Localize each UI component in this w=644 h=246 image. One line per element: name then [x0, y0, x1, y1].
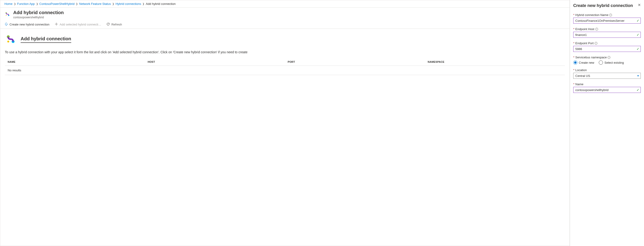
svg-point-2: [6, 15, 6, 16]
empty-state: No results: [5, 66, 565, 75]
create-panel: Create new hybrid connection ✕ *Hybrid c…: [570, 0, 644, 246]
add-selected-label: Add selected hybrid connecti…: [60, 23, 101, 26]
breadcrumb-hybrid-connections[interactable]: Hybrid connections: [116, 2, 141, 5]
table-header-row: NAME HOST PORT NAMESPACE: [5, 58, 565, 66]
hybrid-connection-icon: [4, 11, 10, 18]
svg-rect-4: [55, 24, 58, 24]
breadcrumb-network-status[interactable]: Network Feature Status: [79, 2, 111, 5]
hc-name-input[interactable]: [573, 17, 641, 24]
col-host[interactable]: HOST: [145, 58, 285, 66]
name-input[interactable]: [573, 87, 641, 93]
chevron-right-icon: ❯: [14, 2, 16, 5]
table-row: No results: [5, 66, 565, 75]
servicebus-namespace-label: *Servicebus namespace i: [573, 56, 641, 59]
info-icon[interactable]: i: [608, 56, 610, 59]
add-selected-button: Add selected hybrid connecti…: [54, 22, 101, 27]
endpoint-port-input[interactable]: [573, 46, 641, 52]
refresh-icon: [106, 22, 110, 27]
content-heading: Add hybrid connection: [21, 36, 71, 43]
create-new-hybrid-connection-button[interactable]: Create new hybrid connection: [4, 22, 50, 27]
connections-table: NAME HOST PORT NAMESPACE No results: [5, 58, 565, 75]
endpoint-port-label: *Endpoint Port i: [573, 41, 641, 45]
info-icon[interactable]: i: [594, 42, 597, 45]
refresh-button[interactable]: Refresh: [106, 22, 122, 27]
content-description: To use a hybrid connection with your app…: [5, 50, 565, 54]
breadcrumb-function-app[interactable]: Function App: [17, 2, 35, 5]
hc-name-label: *Hybrid connection Name i: [573, 13, 641, 17]
radio-select-existing-label: Select existing: [604, 61, 624, 64]
refresh-label: Refresh: [111, 23, 122, 26]
breadcrumb-current: Add hybrid connection: [146, 2, 176, 5]
svg-point-7: [7, 40, 9, 42]
radio-create-new[interactable]: Create new: [573, 60, 594, 65]
panel-title: Create new hybrid connection: [573, 3, 633, 8]
page-title: Add hybrid connection: [13, 10, 64, 15]
close-icon[interactable]: ✕: [638, 3, 641, 7]
breadcrumb: Home ❯ Function App ❯ ContosoPowerShellH…: [0, 0, 570, 8]
col-namespace[interactable]: NAMESPACE: [425, 58, 565, 66]
col-port[interactable]: PORT: [285, 58, 425, 66]
chevron-right-icon: ❯: [36, 2, 38, 5]
radio-create-new-label: Create new: [579, 61, 594, 64]
hybrid-connection-icon: [5, 33, 16, 46]
create-label: Create new hybrid connection: [10, 23, 50, 26]
info-icon[interactable]: i: [595, 28, 598, 30]
radio-icon: [599, 60, 603, 65]
plus-icon: [54, 22, 58, 27]
add-connection-icon: [4, 22, 8, 27]
chevron-right-icon: ❯: [142, 2, 144, 5]
chevron-right-icon: ❯: [112, 2, 114, 5]
name-label: *Name: [573, 82, 641, 86]
radio-select-existing[interactable]: Select existing: [599, 60, 624, 65]
page-subtitle: contosopowershellhybrid: [13, 16, 64, 19]
endpoint-host-input[interactable]: [573, 32, 641, 38]
breadcrumb-home[interactable]: Home: [4, 2, 12, 5]
toolbar: Create new hybrid connection Add selecte…: [0, 20, 570, 29]
breadcrumb-app-name[interactable]: ContosoPowerShellHybrid: [40, 2, 75, 5]
location-label: *Location: [573, 68, 641, 72]
col-name[interactable]: NAME: [5, 58, 145, 66]
info-icon[interactable]: i: [609, 14, 612, 16]
page-header: Add hybrid connection contosopowershellh…: [0, 8, 570, 20]
radio-icon: [573, 60, 578, 65]
location-select[interactable]: [573, 73, 641, 79]
chevron-right-icon: ❯: [76, 2, 78, 5]
endpoint-host-label: *Endpoint Host i: [573, 27, 641, 31]
